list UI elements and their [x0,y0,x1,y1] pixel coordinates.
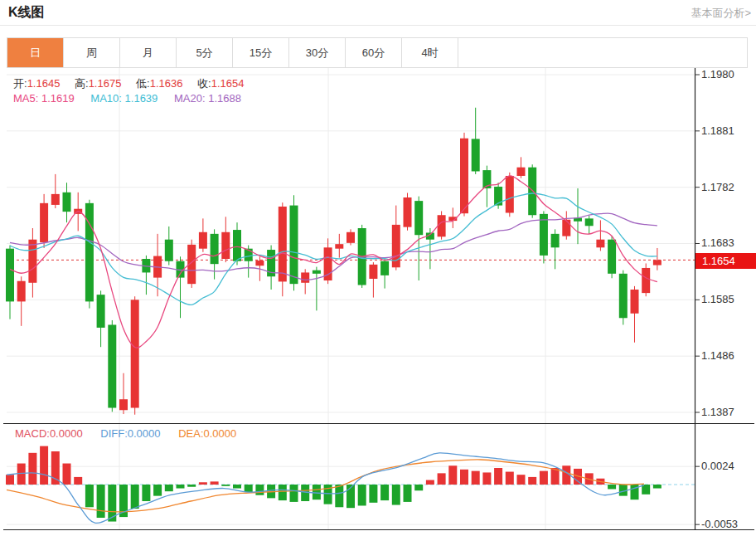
ma10-value: 1.1639 [125,92,158,105]
low-label: 低: [136,77,150,90]
price-axis-label: 1.1486 [701,349,734,362]
price-axis-label: 1.1980 [701,68,734,80]
ohlc-readout: 开:1.1645 高:1.1675 低:1.1636 收:1.1654 [13,76,255,91]
ma-readout: MA5: 1.1619 MA10: 1.1639 MA20: 1.1688 [13,92,241,105]
close-value: 1.1654 [211,77,245,90]
diff-value: 0.0000 [128,427,161,440]
high-label: 高: [75,77,89,90]
dea-label: DEA: [178,427,203,440]
fundamental-analysis-link[interactable]: 基本面分析> [691,6,751,21]
macd-axis-label: 0.0024 [701,460,734,472]
ma5-value: 1.1619 [41,92,75,105]
macd-readout: MACD:0.0000 DIFF:0.0000 DEA:0.0000 [15,427,236,440]
tab-60min[interactable]: 60分 [346,38,402,67]
macd-label: MACD: [15,427,50,440]
dea-value: 0.0000 [204,427,237,440]
price-axis-label: 1.1782 [701,181,734,193]
tab-4hour[interactable]: 4时 [402,38,458,67]
price-axis-label: 1.1881 [701,124,734,137]
tab-week[interactable]: 周 [64,38,120,67]
ma5-label: MA5: [13,92,38,105]
ma20-value: 1.1688 [208,92,241,105]
ma10-label: MA10: [90,92,122,105]
tab-5min[interactable]: 5分 [177,38,233,67]
tab-15min[interactable]: 15分 [233,38,289,67]
header-divider [0,25,756,26]
price-axis-label: 1.1683 [701,236,734,249]
current-price-tag: 1.1654 [695,253,756,269]
diff-label: DIFF: [100,427,128,440]
tab-day[interactable]: 日 [7,38,64,67]
interval-tabbar: 日周月5分15分30分60分4时 [7,37,748,68]
open-label: 开: [13,77,27,90]
tab-month[interactable]: 月 [120,38,177,67]
close-label: 收: [197,77,211,90]
page-title: K线图 [8,4,45,22]
price-axis-label: 1.1387 [701,406,734,418]
price-axis-label: 1.1585 [701,293,734,305]
kline-page: { "header": { "title": "K线图", "link": "基… [0,0,756,536]
high-value: 1.1675 [89,77,122,90]
low-value: 1.1636 [150,77,183,90]
macd-axis-label: -0.0053 [701,518,738,530]
macd-value: 0.0000 [50,427,83,440]
open-value: 1.1645 [27,77,61,90]
ma20-label: MA20: [174,92,206,105]
tab-30min[interactable]: 30分 [289,38,346,67]
